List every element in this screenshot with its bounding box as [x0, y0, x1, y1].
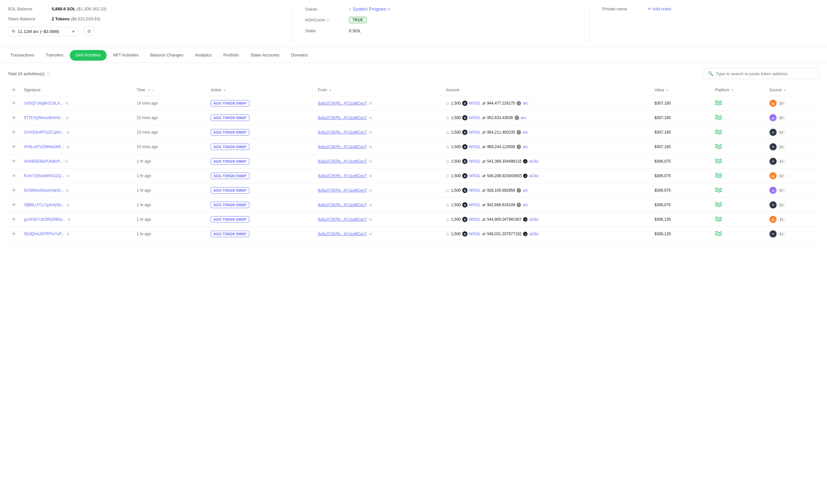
token-out-link[interactable]: arc	[523, 203, 528, 207]
from-address-link[interactable]: 8u6u372KPb...4YJzuMCecT	[318, 130, 367, 134]
eye-icon[interactable]: 👁	[12, 173, 16, 178]
token-out-link[interactable]: arc	[523, 145, 528, 149]
copy-signature-icon[interactable]: ⧉	[67, 174, 69, 178]
from-address-link[interactable]: 8u6u372KPb...4YJzuMCecT	[318, 217, 367, 222]
copy-from-icon[interactable]: ⧉	[369, 145, 372, 149]
token-search-box[interactable]: 🔍	[703, 68, 819, 79]
wsol-link[interactable]: WSOL	[469, 203, 480, 207]
tab-stake-accounts[interactable]: Stake Accounts	[245, 48, 285, 63]
signature-link[interactable]: 3HABiSEBsPU6dkrP...	[24, 159, 63, 164]
copy-signature-icon[interactable]: ⧉	[67, 203, 69, 207]
eye-icon[interactable]: 👁	[12, 217, 16, 222]
time-value: 1 hr ago	[137, 232, 151, 236]
copy-from-icon[interactable]: ⧉	[369, 203, 372, 207]
source-plus-badge: 2+	[778, 116, 785, 120]
signature-link[interactable]: 2XVtS3rvRTUZCzpKr...	[24, 130, 64, 134]
from-address-link[interactable]: 8u6u372KPb...4YJzuMCecT	[318, 145, 367, 149]
tab-analytics[interactable]: Analytics	[190, 48, 217, 63]
copy-from-icon[interactable]: ⧉	[369, 188, 372, 192]
time-filter-icon[interactable]: ⏱ ▾	[148, 89, 153, 92]
signature-link[interactable]: gx3XhEYJbSfRyDB6u...	[24, 217, 65, 222]
eye-icon[interactable]: 👁	[12, 115, 16, 120]
copy-signature-icon[interactable]: ⧉	[66, 145, 69, 149]
tab-defi-activities[interactable]: Defi Activities	[70, 50, 106, 61]
copy-from-icon[interactable]: ⧉	[369, 116, 372, 120]
wsol-link[interactable]: WSOL	[469, 101, 480, 106]
tab-transfers[interactable]: Transfers	[41, 48, 68, 63]
system-program-link[interactable]: ≡ System Program ⧉	[349, 6, 390, 12]
copy-from-icon[interactable]: ⧉	[369, 130, 372, 134]
token-out-link[interactable]: ai16z	[529, 232, 538, 236]
eye-icon[interactable]: 👁	[12, 202, 16, 208]
copy-owner-icon[interactable]: ⧉	[388, 7, 390, 11]
signature-link[interactable]: znfSQ7JApj9rZC6LA...	[24, 101, 63, 106]
eye-icon[interactable]: 👁	[12, 101, 16, 106]
source-icon: ⟳	[770, 230, 777, 237]
token-out-link[interactable]: arc	[523, 101, 528, 106]
eye-icon[interactable]: 👁	[12, 159, 16, 164]
token-out-link[interactable]: ai16z	[529, 174, 538, 178]
wsol-link[interactable]: WSOL	[469, 115, 480, 120]
from-filter-icon[interactable]: ▾	[330, 89, 331, 92]
wsol-link[interactable]: WSOL	[469, 130, 480, 134]
copy-signature-icon[interactable]: ⧉	[65, 159, 68, 163]
signature-link[interactable]: 4V9LudTvZ98Wa2kR...	[24, 145, 64, 149]
copy-from-icon[interactable]: ⧉	[369, 159, 372, 163]
total-activities-info-icon[interactable]: ⓘ	[47, 71, 50, 76]
wsol-icon: ◎	[462, 101, 468, 106]
tab-domains[interactable]: Domains	[286, 48, 313, 63]
token-out-link[interactable]: arc	[523, 188, 528, 192]
action-filter-icon[interactable]: ▾	[224, 89, 226, 92]
copy-signature-icon[interactable]: ⧉	[68, 218, 70, 221]
info-icon[interactable]: ⓘ	[326, 18, 330, 22]
from-address-link[interactable]: 8u6u372KPb...4YJzuMCecT	[318, 232, 367, 236]
token-selector-dropdown[interactable]: ↻ 11.11M arc (~$3.56M) ▾	[8, 27, 79, 36]
tab-transactions[interactable]: Transactions	[5, 48, 39, 63]
from-address-link[interactable]: 8u6u372KPb...4YJzuMCecT	[318, 203, 367, 207]
signature-link[interactable]: 5vGBWudSiuwVqe3v...	[24, 188, 64, 192]
copy-from-icon[interactable]: ⧉	[369, 101, 372, 105]
copy-from-icon[interactable]: ⧉	[369, 174, 372, 178]
wsol-link[interactable]: WSOL	[469, 232, 480, 236]
from-address-link[interactable]: 8u6u372KPb...4YJzuMCecT	[318, 188, 367, 192]
token-out-link[interactable]: arc	[523, 130, 528, 134]
signature-link[interactable]: 2fjB8LLYCz7gJinhjSb...	[24, 203, 64, 207]
value-filter-icon[interactable]: ▾	[667, 89, 668, 92]
from-address-link[interactable]: 8u6u372KPb...4YJzuMCecT	[318, 115, 367, 120]
platform-filter-icon[interactable]: ▾	[732, 89, 733, 92]
token-out-link[interactable]: ai16z	[529, 159, 538, 164]
signature-link[interactable]: 5T7EYjZMvno9b3n5r...	[24, 115, 64, 120]
from-address-link[interactable]: 8u6u372KPb...4YJzuMCecT	[318, 101, 367, 106]
eye-icon[interactable]: 👁	[12, 188, 16, 193]
copy-address-button[interactable]: ⧉	[84, 26, 94, 36]
wsol-link[interactable]: WSOL	[469, 217, 480, 222]
token-search-input[interactable]	[716, 71, 814, 76]
token-out-link[interactable]: arc	[521, 115, 526, 120]
wsol-link[interactable]: WSOL	[469, 174, 480, 178]
token-out-link[interactable]: ai16z	[529, 217, 538, 222]
from-address-link[interactable]: 8u6u372KPb...4YJzuMCecT	[318, 159, 367, 164]
tab-nft-activities[interactable]: NFT Activities	[108, 48, 144, 63]
signature-link[interactable]: 5EdQhsUGf7PFiv7uP...	[24, 232, 64, 236]
copy-signature-icon[interactable]: ⧉	[67, 232, 69, 236]
copy-signature-icon[interactable]: ⧉	[65, 101, 68, 105]
copy-from-icon[interactable]: ⧉	[369, 218, 372, 221]
tab-portfolio[interactable]: Portfolio	[218, 48, 244, 63]
copy-signature-icon[interactable]: ⧉	[66, 116, 68, 120]
eye-icon[interactable]: 👁	[12, 231, 16, 236]
copy-signature-icon[interactable]: ⧉	[67, 130, 69, 134]
eye-icon[interactable]: 👁	[12, 130, 16, 135]
copy-from-icon[interactable]: ⧉	[369, 232, 372, 236]
source-filter-icon[interactable]: ▾	[784, 89, 786, 92]
wsol-link[interactable]: WSOL	[469, 159, 480, 164]
from-address-link[interactable]: 8u6u372KPb...4YJzuMCecT	[318, 174, 367, 178]
wsol-link[interactable]: WSOL	[469, 188, 480, 192]
tab-balance-changes[interactable]: Balance Changes	[145, 48, 189, 63]
signature-link[interactable]: RJmTzE6uhWH3JZQ...	[24, 174, 64, 178]
add-notes-button[interactable]: ✏ Add notes	[648, 6, 672, 11]
th-signature: Signature	[20, 84, 133, 96]
wsol-link[interactable]: WSOL	[469, 145, 480, 149]
copy-signature-icon[interactable]: ⧉	[66, 188, 69, 192]
action-badge: AGG TOKEN SWAP	[211, 144, 249, 150]
eye-icon[interactable]: 👁	[12, 144, 16, 150]
